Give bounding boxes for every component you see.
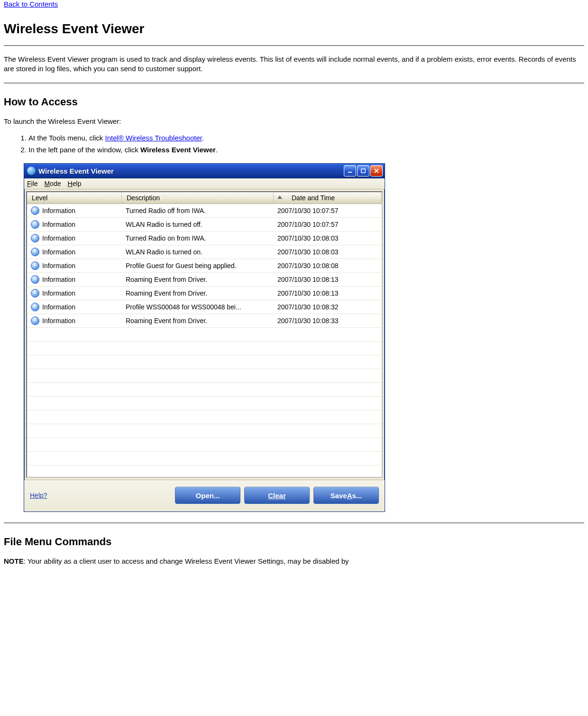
column-header-date-label: Date and Time [292, 194, 335, 202]
divider [4, 45, 584, 46]
cell-level: Information [27, 206, 122, 215]
list-item: At the Tools menu, click Intel® Wireless… [28, 133, 584, 143]
menu-help[interactable]: Help [68, 180, 82, 187]
information-icon [31, 206, 39, 215]
empty-row [27, 355, 382, 369]
step-prefix: At the Tools menu, click [28, 134, 105, 142]
cell-description: Turned Radio on from IWA. [122, 234, 274, 242]
table-row[interactable]: InformationTurned Radio off from IWA.200… [27, 204, 382, 218]
level-text: Information [42, 248, 75, 256]
cell-datetime: 2007/10/30 10:08:13 [274, 276, 382, 283]
cell-datetime: 2007/10/30 10:07:57 [274, 221, 382, 228]
maximize-button[interactable] [357, 165, 369, 177]
event-viewer-window: Wireless Event Viewer File Mode Help [24, 163, 385, 512]
cell-datetime: 2007/10/30 10:08:33 [274, 317, 382, 325]
table-row[interactable]: InformationRoaming Event from Driver.200… [27, 273, 382, 287]
information-icon [31, 289, 39, 298]
cell-description: WLAN Radio is turned on. [122, 248, 274, 256]
close-button[interactable] [370, 165, 383, 177]
cell-datetime: 2007/10/30 10:08:32 [274, 303, 382, 311]
information-icon [31, 234, 39, 242]
level-text: Information [42, 234, 75, 242]
help-link[interactable]: Help? [30, 492, 47, 499]
svg-rect-1 [361, 169, 365, 173]
cell-level: Information [27, 303, 122, 311]
window-titlebar[interactable]: Wireless Event Viewer [24, 164, 385, 178]
divider [4, 83, 584, 84]
level-text: Information [42, 221, 75, 228]
window-title: Wireless Event Viewer [38, 167, 344, 175]
event-listview[interactable]: Level Description Date and Time Informat… [26, 191, 383, 478]
cell-datetime: 2007/10/30 10:07:57 [274, 207, 382, 214]
empty-row [27, 369, 382, 383]
note-text: : Your ability as a client user to acces… [24, 557, 349, 565]
information-icon [31, 303, 39, 311]
column-header-level[interactable]: Level [27, 192, 122, 204]
table-row[interactable]: InformationProfile Guest for Guest being… [27, 259, 382, 273]
sort-ascending-icon [277, 195, 282, 199]
note-label: NOTE [4, 557, 24, 565]
empty-row [27, 397, 382, 410]
level-text: Information [42, 289, 75, 297]
menubar: File Mode Help [24, 178, 385, 189]
page-title: Wireless Event Viewer [4, 21, 584, 37]
cell-level: Information [27, 220, 122, 229]
intel-troubleshooter-link[interactable]: Intel® Wireless Troubleshooter [105, 134, 202, 142]
cell-description: Turned Radio off from IWA. [122, 207, 274, 214]
file-menu-note: NOTE: Your ability as a client user to a… [4, 557, 584, 566]
divider [4, 522, 584, 523]
empty-row [27, 342, 382, 355]
table-row[interactable]: InformationRoaming Event from Driver.200… [27, 287, 382, 300]
information-icon [31, 220, 39, 229]
step-suffix: . [216, 146, 218, 154]
menu-mode[interactable]: Mode [45, 180, 61, 187]
level-text: Information [42, 262, 75, 270]
cell-description: Profile WSS00048 for WSS00048 bei... [122, 303, 274, 311]
cell-description: Profile Guest for Guest being applied. [122, 262, 274, 270]
how-to-access-steps: At the Tools menu, click Intel® Wireless… [4, 133, 584, 155]
menu-file[interactable]: File [27, 180, 38, 187]
cell-description: Roaming Event from Driver. [122, 317, 274, 325]
intro-paragraph: The Wireless Event Viewer program is use… [4, 55, 584, 74]
empty-row [27, 424, 382, 438]
information-icon [31, 248, 39, 256]
cell-description: Roaming Event from Driver. [122, 289, 274, 297]
listview-header: Level Description Date and Time [27, 192, 382, 204]
empty-row [27, 452, 382, 465]
save-as-button[interactable]: Save As... [313, 487, 379, 504]
cell-level: Information [27, 275, 122, 284]
cell-datetime: 2007/10/30 10:08:03 [274, 248, 382, 256]
cell-datetime: 2007/10/30 10:08:03 [274, 234, 382, 242]
cell-datetime: 2007/10/30 10:08:08 [274, 262, 382, 270]
how-to-access-lead: To launch the Wireless Event Viewer: [4, 117, 584, 126]
table-row[interactable]: InformationProfile WSS00048 for WSS00048… [27, 300, 382, 314]
minimize-button[interactable] [344, 165, 356, 177]
open-button[interactable]: Open... [175, 487, 240, 504]
level-text: Information [42, 207, 75, 214]
table-row[interactable]: InformationWLAN Radio is turned off.2007… [27, 218, 382, 232]
file-menu-commands-heading: File Menu Commands [4, 536, 584, 548]
level-text: Information [42, 276, 75, 283]
window-footer: Help? Open... Clear Save As... [24, 480, 385, 511]
table-row[interactable]: InformationWLAN Radio is turned on.2007/… [27, 245, 382, 259]
step-prefix: In the left pane of the window, click [28, 146, 140, 154]
cell-level: Information [27, 234, 122, 242]
cell-description: WLAN Radio is turned off. [122, 221, 274, 228]
column-header-description[interactable]: Description [122, 192, 274, 204]
table-row[interactable]: InformationTurned Radio on from IWA.2007… [27, 232, 382, 245]
cell-level: Information [27, 316, 122, 325]
step-suffix: . [202, 134, 204, 142]
how-to-access-heading: How to Access [4, 96, 584, 108]
app-icon [27, 167, 36, 175]
column-header-date[interactable]: Date and Time [274, 192, 382, 204]
information-icon [31, 316, 39, 325]
cell-datetime: 2007/10/30 10:08:13 [274, 289, 382, 297]
back-to-contents-link[interactable]: Back to Contents [4, 0, 58, 8]
information-icon [31, 261, 39, 270]
level-text: Information [42, 317, 75, 325]
cell-level: Information [27, 289, 122, 298]
empty-row [27, 383, 382, 397]
table-row[interactable]: InformationRoaming Event from Driver.200… [27, 314, 382, 328]
clear-button[interactable]: Clear [244, 487, 310, 504]
empty-row [27, 410, 382, 424]
